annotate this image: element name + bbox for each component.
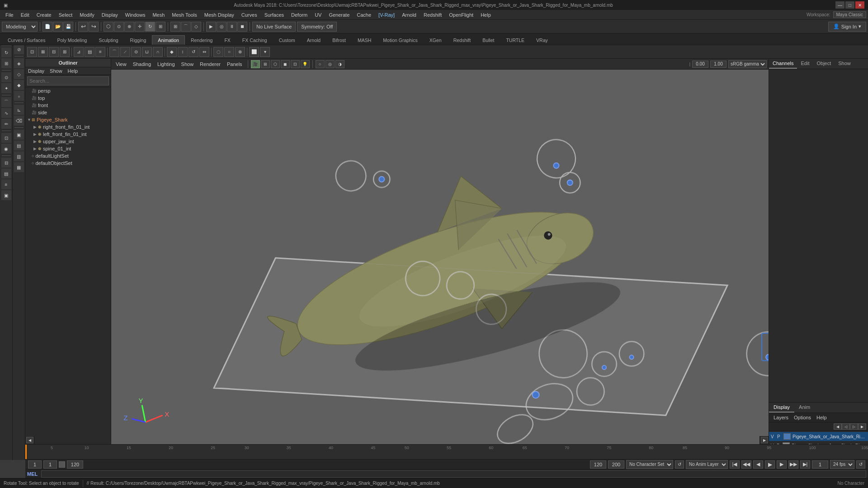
sign-in-btn[interactable]: 👤 Sign In ▾ xyxy=(828,22,866,32)
rotate-btn[interactable]: ↻ xyxy=(145,22,155,32)
tab-bifrost[interactable]: Bifrost xyxy=(326,35,352,45)
right-tab-channels[interactable]: Channels xyxy=(769,59,797,69)
tab-rigging[interactable]: Rigging xyxy=(124,35,152,45)
vp-texture-btn[interactable]: ⊡ xyxy=(291,60,300,68)
playback-end-btn[interactable]: ▶| xyxy=(800,460,810,469)
vp-menu-panels[interactable]: Panels xyxy=(224,61,245,68)
lt2-btn5[interactable]: ◈ xyxy=(14,58,24,68)
tab-motion-graphics[interactable]: Motion Graphics xyxy=(377,35,423,45)
maximize-button[interactable]: □ xyxy=(845,1,854,9)
vp-menu-lighting[interactable]: Lighting xyxy=(155,61,178,68)
new-scene-btn[interactable]: 📄 xyxy=(42,22,52,32)
undo-btn[interactable]: ↩ xyxy=(78,22,88,32)
playback-step-fwd-btn[interactable]: ▶▶ xyxy=(788,460,798,469)
menu-display[interactable]: Display xyxy=(98,11,122,19)
lt2-btn14[interactable]: ▦ xyxy=(14,162,24,172)
graph-editor-btn[interactable]: ⊿ xyxy=(74,47,84,57)
keyed-obj-btn[interactable]: ⊡ xyxy=(27,47,37,57)
attr-panel-btn[interactable]: ⊟ xyxy=(1,158,11,168)
tree-item-persp[interactable]: 🎥 persp xyxy=(25,87,111,94)
vp-isolate-btn[interactable]: ○ xyxy=(316,60,325,68)
render-btn[interactable]: ▶ xyxy=(206,22,216,32)
vp-colorspace-select[interactable]: sRGB gamma xyxy=(728,60,767,68)
layer-scroll-right2[interactable]: ▷ xyxy=(850,423,858,430)
lt2-btn12[interactable]: ▤ xyxy=(14,141,24,150)
lt2-btn11[interactable]: ▣ xyxy=(14,130,24,140)
fps-select[interactable]: 24 fps 30 fps 60 fps xyxy=(830,460,854,469)
playback-step-back-btn[interactable]: ◀◀ xyxy=(741,460,751,469)
menu-modify[interactable]: Modify xyxy=(76,11,98,19)
menu-uv[interactable]: UV xyxy=(311,11,325,19)
vp-menu-shading[interactable]: Shading xyxy=(130,61,154,68)
symmetry-btn[interactable]: Symmetry: Off xyxy=(297,22,337,32)
tree-item-pigeye-shark[interactable]: ▼ ⊞ Pigeye_Shark xyxy=(25,116,111,123)
timeline-playhead[interactable] xyxy=(25,445,27,460)
loop-toggle-btn[interactable]: ↺ xyxy=(856,460,865,469)
vp-exposure-input[interactable] xyxy=(692,61,708,68)
set-key-btn[interactable]: ◆ xyxy=(167,47,177,57)
rotate-tool-btn[interactable]: ↻ xyxy=(1,47,11,57)
tangent-plateau-btn[interactable]: ∩ xyxy=(153,47,163,57)
tab-vray[interactable]: VRay xyxy=(530,35,554,45)
minimize-button[interactable]: — xyxy=(835,1,844,9)
anim-tab[interactable]: Anim xyxy=(794,403,815,413)
lt2-btn10[interactable]: ⌫ xyxy=(14,116,24,126)
set-key-translate-btn[interactable]: ↕ xyxy=(178,47,188,57)
tab-xgen[interactable]: XGen xyxy=(424,35,448,45)
tab-fx[interactable]: FX xyxy=(218,35,236,45)
tree-item-right-fin[interactable]: ▶ ⊕ right_front_fin_01_int xyxy=(25,123,111,131)
menu-mesh[interactable]: Mesh xyxy=(149,11,168,19)
tree-item-upper-jaw[interactable]: ▶ ⊕ upper_jaw_int xyxy=(25,138,111,145)
tab-fx-caching[interactable]: FX Caching xyxy=(236,35,273,45)
close-button[interactable]: ✕ xyxy=(855,1,864,9)
tab-custom[interactable]: Custom xyxy=(273,35,301,45)
sculpt-btn[interactable]: ◉ xyxy=(1,144,11,154)
create-pose-btn[interactable]: ▾ xyxy=(260,47,270,57)
snap-curve-btn[interactable]: ⌒ xyxy=(181,22,191,32)
layer-row-1[interactable]: V P Pigeye_Shark_or_Java_Shark_Rigged_ xyxy=(769,432,868,441)
menu-edit[interactable]: Edit xyxy=(17,11,33,19)
lt2-btn8[interactable]: ⬦ xyxy=(14,91,24,101)
menu-mesh-display[interactable]: Mesh Display xyxy=(201,11,238,19)
tab-curves-surfaces[interactable]: Curves / Surfaces xyxy=(2,35,51,45)
tangent-linear-btn[interactable]: ⟋ xyxy=(120,47,130,57)
pencil-btn[interactable]: ✏ xyxy=(1,119,11,129)
tangent-clamped-btn[interactable]: ⌒ xyxy=(109,47,119,57)
layer-scroll-left2[interactable]: ◁ xyxy=(842,423,850,430)
tab-poly-modeling[interactable]: Poly Modeling xyxy=(51,35,93,45)
outliner-menu-show[interactable]: Show xyxy=(47,67,65,75)
viewport-3d[interactable]: X Y Z persp xyxy=(111,70,769,460)
tangent-stepped-btn[interactable]: ⊔ xyxy=(142,47,152,57)
snap-point-btn[interactable]: ◇ xyxy=(191,22,201,32)
trax-btn[interactable]: ▤ xyxy=(85,47,94,57)
driven-keys-btn[interactable]: ⊞ xyxy=(60,47,70,57)
anim-layer-select[interactable]: No Anim Layer xyxy=(686,460,728,469)
tree-item-left-fin[interactable]: ▶ ⊕ left_front_fin_01_int xyxy=(25,131,111,138)
vp-wire-btn[interactable]: ⬡ xyxy=(271,60,280,68)
vp-xray-btn[interactable]: ◎ xyxy=(326,60,335,68)
tab-turtle[interactable]: TURTLE xyxy=(500,35,530,45)
ep-curve-btn[interactable]: ∿ xyxy=(1,108,11,118)
menu-redshift[interactable]: Redshift xyxy=(420,11,445,19)
menu-generate[interactable]: Generate xyxy=(325,11,353,19)
outliner-menu-help[interactable]: Help xyxy=(65,67,81,75)
options-subtab[interactable]: Options xyxy=(791,414,814,421)
lasso-btn[interactable]: ⊙ xyxy=(114,22,124,32)
set-key-rotate-btn[interactable]: ↺ xyxy=(189,47,198,57)
tl-scroll-right[interactable]: ▶ xyxy=(761,437,768,443)
current-frame-input[interactable] xyxy=(43,460,57,469)
outliner-menu-display[interactable]: Display xyxy=(25,67,47,75)
open-scene-btn[interactable]: 📂 xyxy=(53,22,63,32)
unghost-btn[interactable]: ○ xyxy=(224,47,234,57)
layer-scroll-right[interactable]: ▶ xyxy=(858,423,866,430)
frame-range-input[interactable] xyxy=(67,460,83,469)
tree-item-spine[interactable]: ▶ ⊕ spine_01_int xyxy=(25,145,111,152)
layer-v1[interactable]: V xyxy=(771,434,776,439)
create-clip-btn[interactable]: ⬜ xyxy=(249,47,259,57)
live-surface-btn[interactable]: No Live Surface xyxy=(252,22,296,32)
menu-mesh-tools[interactable]: Mesh Tools xyxy=(168,11,200,19)
vp-camera-btn[interactable]: 🎥 xyxy=(251,60,260,68)
tree-item-side[interactable]: 🎥 side xyxy=(25,109,111,116)
playback-next-btn[interactable]: ▶ xyxy=(777,460,787,469)
scale-btn[interactable]: ⊞ xyxy=(156,22,165,32)
